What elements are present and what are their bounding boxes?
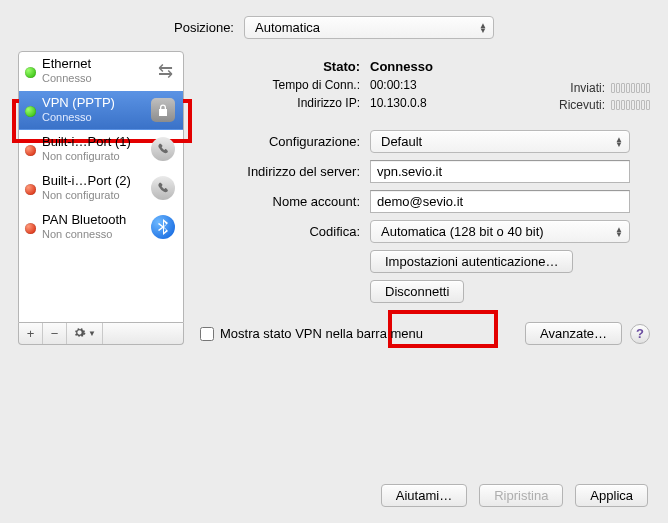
chevron-updown-icon: ▲▼ <box>479 23 487 33</box>
config-select[interactable]: Default ▲▼ <box>370 130 630 153</box>
gear-icon <box>73 326 86 342</box>
network-status: Non configurato <box>42 149 143 163</box>
status-dot-icon <box>25 106 36 117</box>
question-icon: ? <box>636 326 644 341</box>
position-select[interactable]: Automatica ▲▼ <box>244 16 494 39</box>
phone-icon <box>149 135 177 163</box>
config-select-value: Default <box>381 134 422 149</box>
status-value: Connesso <box>370 59 511 74</box>
network-name: Ethernet <box>42 57 147 71</box>
encoding-select[interactable]: Automatica (128 bit o 40 bit) ▲▼ <box>370 220 630 243</box>
network-status: Non connesso <box>42 227 143 241</box>
encoding-label: Codifica: <box>200 224 370 239</box>
ethernet-icon: ⇆ <box>153 59 177 83</box>
position-label: Posizione: <box>174 20 234 35</box>
received-bars-icon <box>611 100 650 110</box>
show-vpn-menu-label: Mostra stato VPN nella barra menu <box>220 326 423 341</box>
network-list[interactable]: Ethernet Connesso ⇆ VPN (PPTP) Connesso <box>18 51 184 323</box>
server-label: Indirizzo del server: <box>200 164 370 179</box>
network-status: Non configurato <box>42 188 143 202</box>
network-name: VPN (PPTP) <box>42 96 143 110</box>
lock-icon <box>149 96 177 124</box>
remove-network-button[interactable]: − <box>43 323 67 344</box>
network-item-port2[interactable]: Built-i…Port (2) Non configurato <box>19 169 183 208</box>
add-network-button[interactable]: + <box>19 323 43 344</box>
encoding-select-value: Automatica (128 bit o 40 bit) <box>381 224 544 239</box>
position-select-value: Automatica <box>255 20 320 35</box>
status-dot-icon <box>25 184 36 195</box>
status-dot-icon <box>25 145 36 156</box>
apply-button[interactable]: Applica <box>575 484 648 507</box>
phone-icon <box>149 174 177 202</box>
actions-menu-button[interactable]: ▼ <box>67 323 103 344</box>
minus-icon: − <box>51 326 59 341</box>
network-status: Connesso <box>42 110 143 124</box>
network-name: Built-i…Port (1) <box>42 135 143 149</box>
list-toolbar: + − ▼ <box>18 323 184 345</box>
chevron-down-icon: ▼ <box>88 329 96 338</box>
status-dot-icon <box>25 67 36 78</box>
chevron-updown-icon: ▲▼ <box>615 227 623 237</box>
show-vpn-menu-checkbox[interactable]: Mostra stato VPN nella barra menu <box>200 326 423 341</box>
chevron-updown-icon: ▲▼ <box>615 137 623 147</box>
network-item-ethernet[interactable]: Ethernet Connesso ⇆ <box>19 52 183 91</box>
help-me-button[interactable]: Aiutami… <box>381 484 467 507</box>
ip-value: 10.130.0.8 <box>370 96 511 110</box>
account-label: Nome account: <box>200 194 370 209</box>
network-item-port1[interactable]: Built-i…Port (1) Non configurato <box>19 130 183 169</box>
network-name: PAN Bluetooth <box>42 213 143 227</box>
network-item-vpn[interactable]: VPN (PPTP) Connesso <box>19 91 183 130</box>
sent-label: Inviati: <box>551 81 605 95</box>
config-label: Configurazione: <box>200 134 370 149</box>
disconnect-button[interactable]: Disconnetti <box>370 280 464 303</box>
show-vpn-menu-input[interactable] <box>200 327 214 341</box>
conn-time-label: Tempo di Conn.: <box>200 78 370 92</box>
advanced-button[interactable]: Avanzate… <box>525 322 622 345</box>
conn-time-value: 00:00:13 <box>370 78 511 92</box>
received-label: Ricevuti: <box>551 98 605 112</box>
network-name: Built-i…Port (2) <box>42 174 143 188</box>
sent-bars-icon <box>611 83 650 93</box>
ip-label: Indirizzo IP: <box>200 96 370 110</box>
account-name-input[interactable] <box>370 190 630 213</box>
revert-button[interactable]: Ripristina <box>479 484 563 507</box>
status-label: Stato: <box>200 59 370 74</box>
plus-icon: + <box>27 326 35 341</box>
network-item-bluetooth[interactable]: PAN Bluetooth Non connesso <box>19 208 183 247</box>
status-dot-icon <box>25 223 36 234</box>
server-address-input[interactable] <box>370 160 630 183</box>
auth-settings-button[interactable]: Impostazioni autenticazione… <box>370 250 573 273</box>
help-button[interactable]: ? <box>630 324 650 344</box>
bluetooth-icon <box>149 213 177 241</box>
network-status: Connesso <box>42 71 147 85</box>
